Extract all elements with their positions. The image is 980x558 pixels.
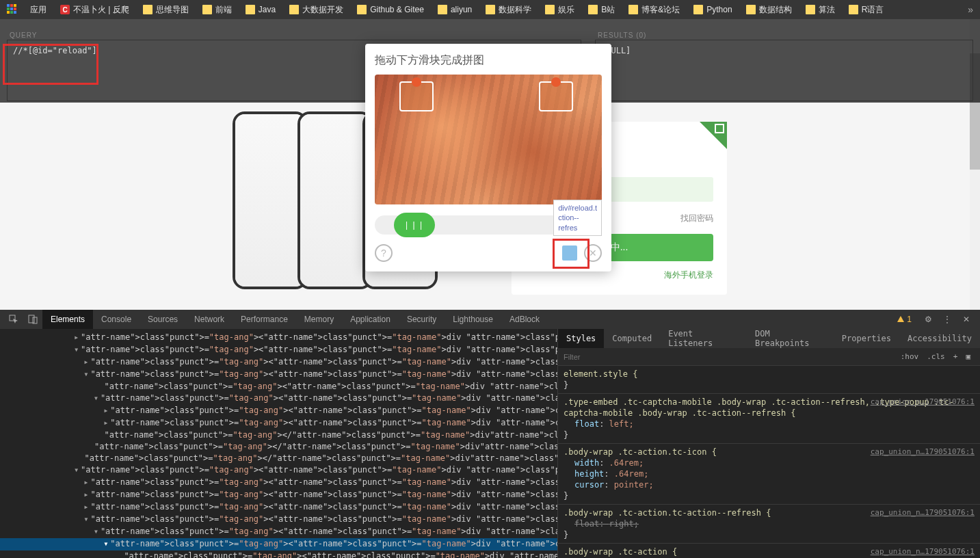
bookmark-item[interactable]: Github & Gitee [352,3,429,16]
folder-icon [806,5,815,14]
bookmark-item[interactable]: 思维导图 [137,3,194,17]
hov-toggle[interactable]: :hov [897,352,923,361]
add-class-icon[interactable]: + [949,352,962,361]
bookmark-item[interactable]: aliyun [432,3,477,16]
styles-rules[interactable]: element.style {}cap_union_n…179051076:1.… [558,366,980,558]
element-node[interactable]: "attr-name">class"punct">="tag-ang"><"at… [0,464,557,477]
devtools-tab-adblock[interactable]: AdBlock [501,310,548,329]
settings-icon[interactable]: ⚙ [923,314,933,325]
more-icon[interactable]: ⋮ [942,314,953,325]
element-node[interactable]: "attr-name">class"punct">="tag-ang"><"at… [0,538,557,550]
styles-tab-styles[interactable]: Styles [558,329,604,348]
bookmark-label: 大数据开发 [302,4,343,16]
svg-rect-2 [716,125,723,132]
toggle-sidebar-icon[interactable]: ▣ [962,352,975,361]
devtools-tab-network[interactable]: Network [186,310,233,329]
query-label: QUERY [10,31,37,39]
bookmark-item[interactable]: 数据结构 [741,3,797,17]
device-toggle-icon[interactable] [27,314,38,325]
folder-icon [628,5,638,14]
reload-button[interactable] [562,245,577,261]
devtools-tab-elements[interactable]: Elements [42,310,93,329]
styles-tab-computed[interactable]: Computed [604,329,660,348]
folder-icon [202,5,212,14]
folder-icon [357,5,367,14]
css-rule[interactable]: cap_union_n…179051076:1.body-wrap .tc-ac… [564,507,975,540]
bookmarks-overflow-icon[interactable]: » [968,4,973,15]
element-node[interactable]: "attr-name">class"punct">="tag-ang"><"at… [0,489,557,501]
css-rule[interactable]: cap_union_n…179051076:1.body-wrap .tc-ac… [564,447,975,501]
devtools-tab-application[interactable]: Application [342,310,399,329]
bookmark-item[interactable]: 前端 [197,3,237,17]
source-link[interactable]: cap_union_n…179051076:1 [871,546,975,557]
bookmark-item[interactable]: Python [688,3,737,16]
element-node[interactable]: "attr-name">class"punct">="tag-ang"><"at… [0,369,557,381]
bookmark-item[interactable]: 算法 [800,3,840,17]
bookmark-item[interactable]: 数据科学 [480,3,537,17]
element-node[interactable]: "attr-name">class"punct">="tag-ang"><"at… [0,526,557,538]
bookmark-label: R语言 [862,4,884,16]
source-link[interactable]: cap_union_n…179051076:1 [871,507,975,518]
devtools-tab-sources[interactable]: Sources [140,310,186,329]
bookmark-item[interactable]: 大数据开发 [284,3,349,17]
element-node[interactable]: "attr-name">class"punct">="tag-ang"></"a… [0,441,557,453]
inspect-icon[interactable] [8,314,19,325]
devtools-tab-performance[interactable]: Performance [233,310,296,329]
devtools-tab-security[interactable]: Security [399,310,445,329]
element-node[interactable]: "attr-name">class"punct">="tag-ang"></"a… [0,453,557,464]
site-icon: C [60,5,70,14]
bookmark-item[interactable]: B站 [583,3,620,17]
styles-tab-event-listeners[interactable]: Event Listeners [660,329,747,348]
cls-toggle[interactable]: .cls [923,352,949,361]
folder-icon [438,5,447,14]
element-node[interactable]: "attr-name">class"punct">="tag-ang"><"at… [0,381,557,393]
bookmark-label: 算法 [819,4,835,16]
bookmark-item[interactable]: Java [240,3,281,16]
bookmark-label: Python [706,5,732,14]
styles-tab-accessibility[interactable]: Accessibility [899,329,980,348]
devtools-tab-console[interactable]: Console [93,310,140,329]
bookmark-item[interactable]: 博客&论坛 [623,3,685,17]
element-node[interactable]: "attr-name">class"punct">="tag-ang"><"at… [0,477,557,489]
styles-tab-dom-breakpoints[interactable]: DOM Breakpoints [747,329,834,348]
close-devtools-icon[interactable]: ✕ [961,314,972,325]
qr-icon[interactable] [700,122,727,149]
styles-tab-properties[interactable]: Properties [834,329,899,348]
folder-icon [849,5,858,14]
bookmark-item[interactable]: R语言 [843,3,890,17]
element-node[interactable]: "attr-name">class"punct">="tag-ang"><"at… [0,356,557,369]
element-node[interactable]: "attr-name">class"punct">="tag-ang"><"at… [0,417,557,429]
element-node[interactable]: "attr-name">class"punct">="tag-ang"><"at… [0,550,557,558]
close-button[interactable]: ✕ [584,244,602,262]
source-link[interactable]: cap_union_n…179051076:1 [871,447,975,457]
help-button[interactable]: ? [375,244,393,262]
element-node[interactable]: "attr-name">class"punct">="tag-ang"><"at… [0,393,557,405]
devtools-tab-lighthouse[interactable]: Lighthouse [445,310,501,329]
devtools-tab-memory[interactable]: Memory [296,310,342,329]
bookmark-item[interactable]: 娱乐 [540,3,580,17]
puzzle-piece-target [539,81,573,111]
css-rule[interactable]: cap_union_n…179051076:1.body-wrap .tc-ac… [564,546,975,558]
source-link[interactable]: cap_union_n…179051076:1 [871,397,975,408]
bookmark-label: 娱乐 [558,4,574,16]
element-node[interactable]: "attr-name">class"punct">="tag-ang"><"at… [0,405,557,417]
puzzle-piece-source[interactable] [399,81,434,111]
elements-panel[interactable]: "attr-name">class"punct">="tag-ang"><"at… [0,329,557,558]
devtools-tabs: ElementsConsoleSourcesNetworkPerformance… [0,310,980,329]
warnings-badge[interactable]: 1 [897,315,912,324]
element-node[interactable]: "attr-name">class"punct">="tag-ang"></"a… [0,429,557,441]
apps-icon[interactable] [7,4,18,15]
bookmark-item[interactable]: C不温卜火 | 反爬 [55,3,135,17]
element-node[interactable]: "attr-name">class"punct">="tag-ang"><"at… [0,514,557,526]
captcha-slider-thumb[interactable]: | | | [394,213,435,237]
styles-panel: StylesComputedEvent ListenersDOM Breakpo… [557,329,980,558]
element-node[interactable]: "attr-name">class"punct">="tag-ang"><"at… [0,332,557,344]
element-node[interactable]: "attr-name">class"punct">="tag-ang"><"at… [0,344,557,356]
apps-label[interactable]: 应用 [25,3,52,17]
css-rule[interactable]: cap_union_n…179051076:1.type-embed .tc-c… [564,397,975,440]
folder-icon [289,5,299,14]
element-node[interactable]: "attr-name">class"punct">="tag-ang"><"at… [0,501,557,514]
css-rule[interactable]: element.style {} [564,369,975,390]
styles-filter-input[interactable] [564,353,897,361]
folder-icon [486,5,495,14]
